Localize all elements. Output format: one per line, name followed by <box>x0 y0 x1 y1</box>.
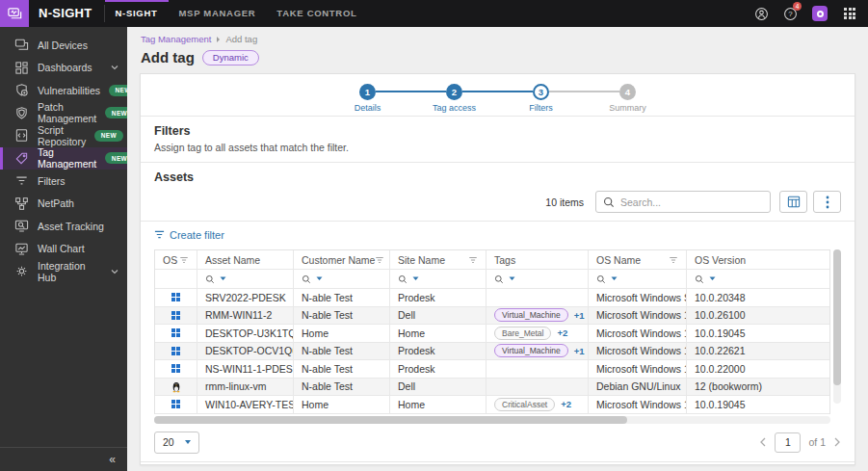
column-filter-cell[interactable] <box>589 270 687 288</box>
column-filter-cell[interactable] <box>390 270 487 288</box>
os-version-cell: 10.0.22621 <box>687 343 831 360</box>
tag-icon <box>14 151 29 166</box>
topbar-nav-n-sight[interactable]: N-SIGHT <box>105 0 169 27</box>
app-switcher-icon[interactable] <box>835 0 864 27</box>
table-row[interactable]: NS-WIN11-1-PDES N-able Test Prodesk Micr… <box>155 360 829 379</box>
table-row[interactable]: SRV2022-PDESK N-able Test Prodesk Micros… <box>155 289 829 307</box>
step-connector <box>462 91 498 92</box>
previous-page-icon[interactable] <box>759 437 767 447</box>
tag-more-count[interactable]: +1 <box>574 346 585 356</box>
column-filter-cell[interactable] <box>155 270 197 288</box>
sidebar-item-integration-hub[interactable]: Integration Hub <box>0 260 127 283</box>
assets-section-title: Assets <box>154 170 841 184</box>
wizard-step-tag-access[interactable]: 2 Tag access <box>411 83 498 113</box>
topbar-nav-take-control[interactable]: TAKE CONTROL <box>266 0 367 27</box>
filter-funnel-icon[interactable] <box>468 255 478 265</box>
page-size-select[interactable]: 20 <box>154 432 199 454</box>
topbar-nav-msp-manager[interactable]: MSP MANAGER <box>169 0 267 27</box>
breadcrumb-parent-link[interactable]: Tag Management <box>141 34 211 44</box>
column-header-os-name[interactable]: OS Name <box>589 250 687 269</box>
sidebar-item-netpath[interactable]: NetPath <box>0 193 127 216</box>
customer-name-cell: Home <box>294 325 390 342</box>
sidebar-menu: All Devices Dashboards Vulnerabilities N… <box>0 34 127 283</box>
user-account-icon[interactable] <box>747 0 776 27</box>
wizard-step-details[interactable]: 1 Details <box>325 83 411 113</box>
column-header-tags[interactable]: Tags <box>487 250 589 269</box>
column-header-os-version[interactable]: OS Version <box>687 250 831 269</box>
nsight-logo[interactable] <box>0 0 29 27</box>
page-title: Add tag <box>141 49 195 65</box>
wizard-step-filters[interactable]: 3 Filters <box>498 83 585 113</box>
asset-name-cell: DESKTOP-OCV1Q6R <box>197 343 294 360</box>
os-name-cell: Microsoft Windows 11 P... <box>589 360 687 378</box>
sidebar-item-label: Patch Management <box>38 101 96 124</box>
tag-more-count[interactable]: +2 <box>561 399 571 409</box>
wizard-step-summary[interactable]: 4 Summary <box>585 83 671 113</box>
tag-pill: Bare_Metal <box>494 327 551 340</box>
tag-pill: Virtual_Machine <box>494 308 568 322</box>
nsight-app-icon[interactable] <box>805 0 834 27</box>
page-number-input[interactable] <box>775 432 801 453</box>
tag-more-count[interactable]: +1 <box>574 310 585 321</box>
tags-cell <box>487 360 589 378</box>
next-page-icon[interactable] <box>833 437 841 447</box>
column-filter-cell[interactable] <box>197 270 294 288</box>
column-header-customer-name[interactable]: Customer Name <box>294 250 390 269</box>
scrollbar-thumb[interactable] <box>154 416 627 424</box>
vertical-scrollbar[interactable] <box>833 249 841 404</box>
asset-tracking-icon <box>14 219 29 233</box>
column-filter-cell[interactable] <box>487 270 589 288</box>
customer-name-cell: N-able Test <box>294 379 390 396</box>
os-icon-cell <box>155 396 197 413</box>
table-row[interactable]: WIN10-AVERY-TES Home Home CriticalAsset … <box>155 396 829 414</box>
column-filter-cell[interactable] <box>687 270 831 288</box>
sidebar-item-vulnerabilities[interactable]: Vulnerabilities NEW <box>0 79 127 102</box>
create-filter-link[interactable]: Create filter <box>154 229 224 241</box>
tag-more-count[interactable]: +2 <box>557 327 567 338</box>
scrollbar-thumb[interactable] <box>833 249 841 385</box>
sidebar-item-asset-tracking[interactable]: Asset Tracking <box>0 215 127 238</box>
brand-title: N-SIGHT <box>29 0 104 27</box>
step-connector <box>498 91 534 92</box>
more-options-button[interactable] <box>813 191 841 213</box>
step-connector <box>376 91 411 92</box>
filter-funnel-icon[interactable] <box>179 255 189 265</box>
step-label: Details <box>355 103 381 113</box>
os-name-cell: Debian GNU/Linux <box>589 379 687 396</box>
table-row[interactable]: rmm-linux-vm N-able Test Dell Debian GNU… <box>155 379 829 397</box>
help-icon[interactable]: ? 4 <box>776 0 804 27</box>
chevron-down-icon <box>316 276 323 281</box>
main-content: Tag Management Add tag Add tag Dynamic 1… <box>127 27 868 471</box>
table-row[interactable]: DESKTOP-U3K1TQR Home Home Bare_Metal +2 … <box>155 325 829 343</box>
tags-cell: Bare_Metal +2 <box>487 325 589 342</box>
column-header-site-name[interactable]: Site Name <box>390 250 487 269</box>
search-input[interactable] <box>620 196 763 208</box>
horizontal-scrollbar[interactable] <box>154 416 830 424</box>
page-count-label: of 1 <box>808 436 826 448</box>
sidebar-item-dashboards[interactable]: Dashboards <box>0 57 127 80</box>
sidebar-item-tag-management[interactable]: Tag Management NEW <box>0 147 127 170</box>
linux-tux-icon <box>171 380 181 393</box>
sidebar-item-all-devices[interactable]: All Devices <box>0 34 127 57</box>
windows-logo-icon <box>171 364 180 373</box>
topbar: N-SIGHT N-SIGHTMSP MANAGERTAKE CONTROL ?… <box>0 0 868 27</box>
column-filter-cell[interactable] <box>294 270 390 288</box>
sidebar-item-wall-chart[interactable]: Wall Chart <box>0 238 127 261</box>
filter-funnel-icon[interactable] <box>669 255 678 265</box>
column-header-os[interactable]: OS <box>155 250 197 269</box>
tag-pill: CriticalAsset <box>494 398 555 411</box>
column-chooser-button[interactable] <box>779 191 807 213</box>
table-row[interactable]: RMM-WIN11-2 N-able Test Dell Virtual_Mac… <box>155 307 829 326</box>
sidebar-item-patch-management[interactable]: Patch Management NEW <box>0 102 127 125</box>
table-row[interactable]: DESKTOP-OCV1Q6R N-able Test Prodesk Virt… <box>155 343 829 361</box>
sidebar-item-filters[interactable]: Filters <box>0 170 127 193</box>
step-connector <box>411 91 447 92</box>
sidebar-item-script-repository[interactable]: Script Repository NEW <box>0 124 127 147</box>
step-number: 4 <box>619 84 636 100</box>
collapse-icon: « <box>109 453 116 466</box>
sidebar-collapse-button[interactable]: « <box>0 447 127 471</box>
filter-funnel-icon[interactable] <box>375 255 384 265</box>
search-box <box>595 191 771 213</box>
step-connector <box>325 91 360 92</box>
column-header-asset-name[interactable]: Asset Name <box>197 250 294 269</box>
